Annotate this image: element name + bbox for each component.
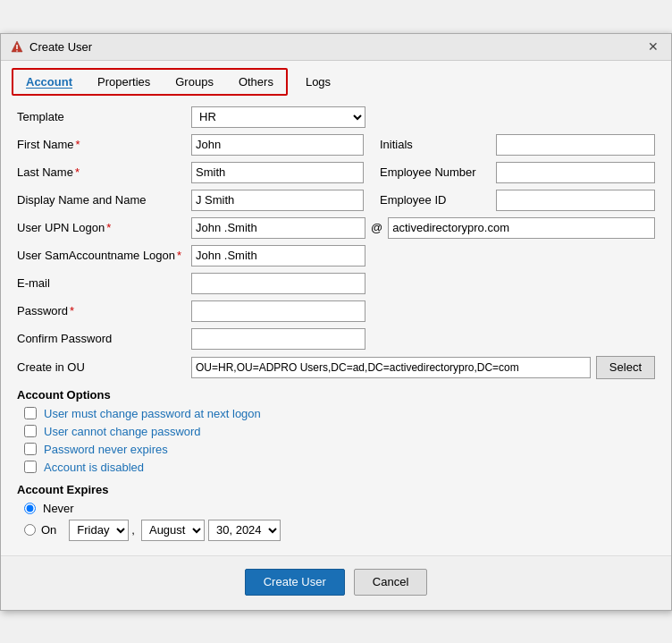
tab-logs[interactable]: Logs	[293, 70, 343, 94]
password-row: Password*	[17, 300, 655, 322]
upn-input-group: @	[191, 217, 655, 239]
tabs-group: Account Properties Groups Others	[12, 68, 288, 96]
tab-properties[interactable]: Properties	[85, 70, 163, 94]
create-user-button[interactable]: Create User	[245, 569, 345, 596]
date-month-select[interactable]: August	[141, 520, 205, 541]
checkbox-change-password-input[interactable]	[24, 407, 37, 419]
template-row: Template HR	[17, 106, 655, 128]
checkbox-never-expires-label: Password never expires	[44, 443, 168, 456]
svg-point-2	[16, 50, 18, 52]
initials-label: Initials	[380, 138, 496, 151]
app-icon	[10, 39, 24, 54]
close-button[interactable]: ✕	[644, 38, 662, 55]
checkbox-disabled-label: Account is disabled	[44, 461, 144, 474]
account-options-title: Account Options	[17, 388, 655, 402]
email-input[interactable]	[191, 273, 365, 294]
account-expires-title: Account Expires	[17, 483, 655, 496]
checkbox-cannot-change: User cannot change password	[24, 425, 655, 438]
last-name-row: Last Name* Employee Number	[17, 162, 655, 183]
email-label: E-mail	[17, 276, 191, 290]
checkbox-disabled: Account is disabled	[24, 461, 655, 474]
first-name-input[interactable]	[191, 134, 364, 156]
dialog-footer: Create User Cancel	[1, 555, 671, 610]
confirm-password-row: Confirm Password	[17, 328, 655, 350]
select-ou-button[interactable]: Select	[596, 356, 655, 379]
tab-others[interactable]: Others	[226, 70, 286, 94]
template-label: Template	[17, 110, 191, 123]
last-name-label: Last Name*	[17, 165, 191, 179]
title-bar: Create User ✕	[1, 34, 671, 61]
confirm-password-input[interactable]	[191, 328, 365, 350]
upn-logon-label: User UPN Logon*	[17, 221, 191, 234]
radio-never-row: Never	[24, 502, 655, 515]
password-label: Password*	[17, 304, 191, 317]
at-sign: @	[371, 221, 382, 234]
radio-on[interactable]	[24, 524, 36, 536]
employee-number-right: Employee Number	[380, 162, 655, 183]
sam-logon-row: User SamAccountname Logon*	[17, 245, 655, 267]
checkbox-never-expires: Password never expires	[24, 443, 655, 456]
display-name-input[interactable]	[191, 190, 364, 211]
dialog-title: Create User	[29, 40, 92, 54]
radio-never-label: Never	[43, 502, 74, 515]
cancel-button[interactable]: Cancel	[354, 569, 427, 596]
upn-domain-input[interactable]	[388, 217, 655, 239]
upn-input[interactable]	[191, 217, 365, 239]
create-in-ou-label: Create in OU	[17, 360, 191, 374]
display-name-row: Display Name and Name Employee ID	[17, 190, 655, 211]
tab-account[interactable]: Account	[13, 70, 85, 94]
radio-never[interactable]	[24, 503, 36, 514]
date-comma-1: ,	[131, 523, 135, 537]
checkbox-change-password: User must change password at next logon	[24, 407, 655, 420]
employee-id-label: Employee ID	[380, 193, 496, 207]
password-input[interactable]	[191, 300, 365, 322]
create-in-ou-row: Create in OU Select	[17, 356, 655, 379]
form-content: Template HR First Name* Initials Last Na…	[1, 96, 671, 555]
radio-on-row: On Friday , August 30, 2024	[24, 520, 655, 541]
date-day-select[interactable]: 30, 2024	[208, 520, 281, 541]
employee-number-input[interactable]	[496, 162, 655, 183]
employee-id-right: Employee ID	[380, 190, 655, 211]
account-expires-section: Account Expires Never On Friday , August	[17, 483, 655, 541]
checkbox-cannot-change-input[interactable]	[24, 425, 37, 437]
checkbox-never-expires-input[interactable]	[24, 443, 37, 455]
initials-right: Initials	[380, 134, 655, 156]
sam-logon-input[interactable]	[191, 245, 365, 267]
first-name-label: First Name*	[17, 138, 191, 151]
ou-value-input[interactable]	[191, 357, 591, 378]
date-day-name-select[interactable]: Friday	[69, 520, 129, 541]
checkbox-cannot-change-label: User cannot change password	[44, 425, 201, 438]
employee-number-label: Employee Number	[380, 165, 496, 179]
tabs-row: Account Properties Groups Others Logs	[1, 61, 671, 96]
checkbox-disabled-input[interactable]	[24, 461, 37, 473]
confirm-password-label: Confirm Password	[17, 332, 191, 345]
radio-on-label: On	[41, 523, 56, 537]
create-user-dialog: Create User ✕ Account Properties Groups …	[0, 33, 672, 611]
checkbox-change-password-label: User must change password at next logon	[44, 407, 261, 420]
initials-input[interactable]	[496, 134, 655, 156]
employee-id-input[interactable]	[496, 190, 655, 211]
display-name-label: Display Name and Name	[17, 193, 191, 207]
date-picker: Friday , August 30, 2024	[69, 520, 281, 541]
sam-logon-label: User SamAccountname Logon*	[17, 249, 191, 262]
first-name-row: First Name* Initials	[17, 134, 655, 156]
tab-groups[interactable]: Groups	[163, 70, 226, 94]
template-select[interactable]: HR	[191, 106, 365, 128]
last-name-input[interactable]	[191, 162, 364, 183]
title-bar-left: Create User	[10, 39, 92, 54]
upn-logon-row: User UPN Logon* @	[17, 217, 655, 239]
email-row: E-mail	[17, 273, 655, 294]
